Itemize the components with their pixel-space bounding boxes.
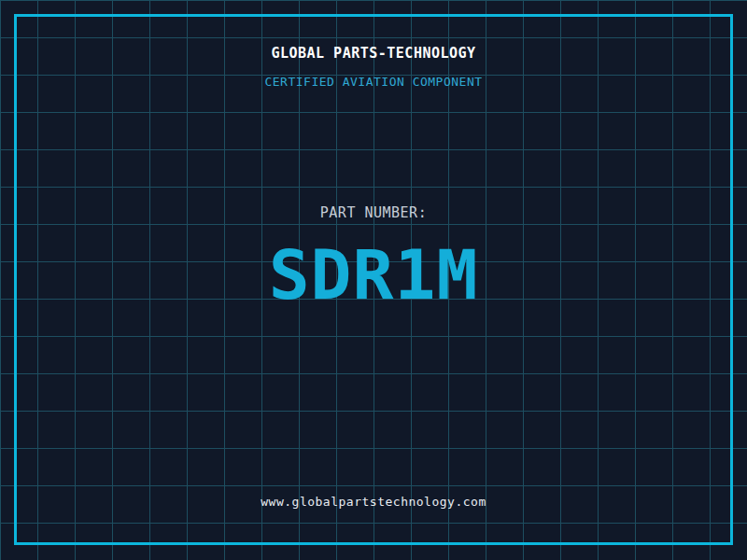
website-url: www.globalpartstechnology.com — [0, 495, 747, 510]
company-name: GLOBAL PARTS-TECHNOLOGY — [0, 45, 747, 62]
part-number-value: SDR1M — [0, 235, 747, 315]
certification-label: CERTIFIED AVIATION COMPONENT — [0, 75, 747, 90]
part-number-label: PART NUMBER: — [0, 204, 747, 221]
